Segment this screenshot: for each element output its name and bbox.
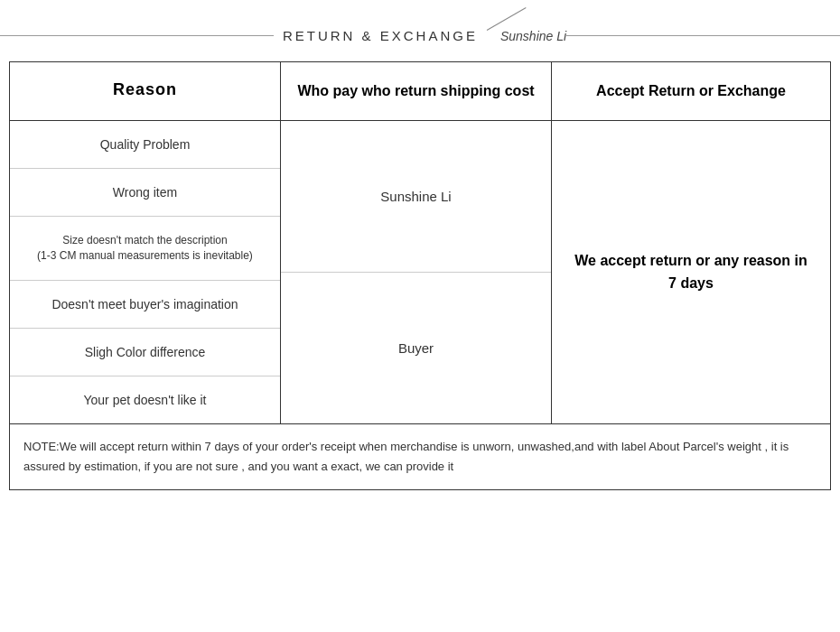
header-subtitle: Sunshine Li: [500, 29, 566, 43]
header-shipping: Who pay who return shipping cost: [281, 62, 552, 120]
accept-column: We accept return or any reason in 7 days: [552, 121, 830, 423]
reason-cell-quality: Quality Problem: [10, 121, 280, 169]
table-body: Quality Problem Wrong item Size doesn't …: [10, 121, 830, 423]
reason-cell-pet: Your pet doesn't like it: [10, 376, 280, 423]
header-line-right: [566, 35, 840, 36]
header-reason: Reason: [10, 62, 281, 120]
header-line-left: [0, 35, 274, 36]
shipping-sunshine: Sunshine Li: [281, 121, 551, 273]
table-note: NOTE:We will accept return within 7 days…: [10, 423, 830, 489]
return-exchange-table: Reason Who pay who return shipping cost …: [9, 61, 831, 490]
reason-cell-wrong: Wrong item: [10, 169, 280, 217]
page-title: RETURN & EXCHANGE: [274, 28, 487, 43]
header-slash-area: Sunshine Li: [487, 27, 566, 43]
header-accept: Accept Return or Exchange: [552, 62, 830, 120]
shipping-buyer: Buyer: [281, 273, 551, 423]
slash-decoration: [487, 7, 527, 31]
shipping-column: Sunshine Li Buyer: [281, 121, 552, 423]
table-header-row: Reason Who pay who return shipping cost …: [10, 62, 830, 121]
reason-cell-imagination: Doesn't meet buyer's imagination: [10, 281, 280, 329]
reason-cell-color: Sligh Color difference: [10, 329, 280, 376]
reason-cell-size: Size doesn't match the description(1-3 C…: [10, 217, 280, 281]
header-title-row: RETURN & EXCHANGE Sunshine Li: [0, 27, 840, 43]
reason-column: Quality Problem Wrong item Size doesn't …: [10, 121, 281, 423]
page-header: RETURN & EXCHANGE Sunshine Li: [0, 0, 840, 61]
